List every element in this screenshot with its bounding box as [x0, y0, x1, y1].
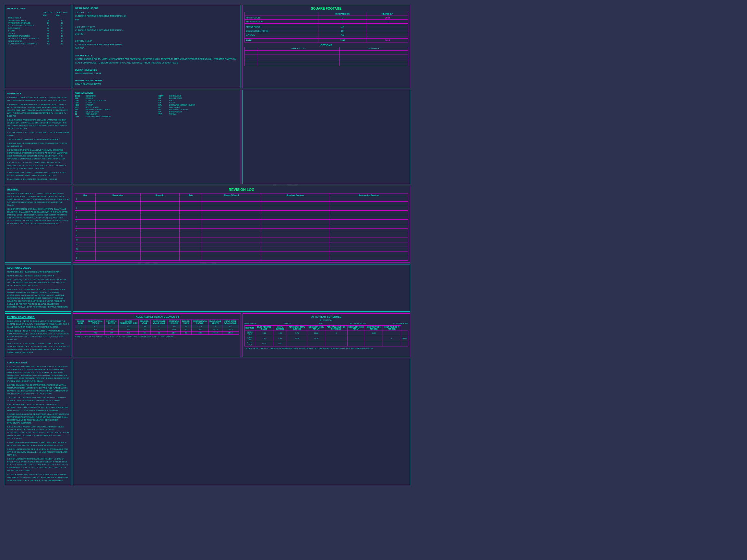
- sq-footage-row: DECK/SCREEN PORCH164: [244, 29, 408, 33]
- revision-cell: [261, 215, 330, 219]
- climate-header: SKYLIGHT U-FACTOR: [104, 320, 118, 325]
- sq-footage-cell: TOTAL: [244, 38, 318, 43]
- pressure2: CLADDING POSITIVE & NEGATIVE PRESSURE =: [75, 28, 239, 32]
- abbrev-item: DJDOUBLE JOIST: [158, 97, 239, 99]
- revision-cell: [140, 256, 180, 260]
- climate-cell: 3: [75, 325, 86, 328]
- revision-cell: [180, 256, 202, 260]
- options-row: [244, 58, 408, 62]
- abbrev-value: STUD POCKET: [169, 111, 182, 113]
- sq-footage-cell: 42: [318, 25, 367, 29]
- abbrev-value: EACH: [169, 100, 174, 102]
- story2: 1 1/2 STORY = 19'-0": [75, 25, 239, 28]
- abbrev-item: HDRHANGER: [75, 104, 155, 106]
- design-load-cell: PASSENGER VEHICLE GARAGES: [7, 37, 42, 40]
- energy-item: TABLE N1102.1 - REFER TO TABLE N101.1 TO…: [7, 320, 69, 329]
- design-load-cell: 10: [55, 19, 69, 22]
- revision-cell: [180, 251, 202, 256]
- revision-cell: 9: [75, 233, 96, 238]
- revision-cell: [261, 233, 330, 238]
- options-cell: [339, 58, 408, 62]
- opt-col-unheated: UNHEATED S.F.: [258, 47, 339, 51]
- revision-row: 5: [75, 215, 408, 219]
- abbreviations-panel: ABBREVIATIONS CONCCONCRETECONTCONTINUOUS…: [73, 90, 241, 184]
- design-load-cell: 10: [55, 43, 69, 45]
- pressure3-val: 34.8 PSF: [75, 46, 239, 50]
- climate-header: SLAB R-VALUE & DEPTH: [208, 320, 222, 325]
- abbrev-key: TJ: [75, 113, 85, 115]
- mean-roof-title: MEAN ROOF HEIGHT: [75, 7, 239, 9]
- revision-cell: [330, 247, 408, 251]
- mean-roof-panel: MEAN ROOF HEIGHT 1 STORY = 11'-0" CLADDI…: [73, 5, 241, 88]
- climate-cell: 0.35: [86, 325, 105, 328]
- climate-cell: 0.25: [119, 325, 139, 328]
- revision-cell: [140, 251, 180, 256]
- abbrev-item: UNOUNLESS NOTED OTHERWISE: [75, 115, 155, 117]
- attic-vent-cell: [325, 341, 347, 346]
- attic-vent-cell: 4.49: [273, 336, 287, 341]
- abbrev-value: NOT TO SCALE: [85, 106, 99, 108]
- revision-cell: [261, 197, 330, 201]
- attic-vent-cell: TOTAL (SQ): [244, 341, 255, 346]
- revision-cell: [330, 210, 408, 215]
- revision-cell: 13: [75, 251, 96, 256]
- abbrev-item: PTPRESSURE TREATED: [158, 109, 239, 110]
- window-text: LOW E GLASS WINDOWS: [75, 82, 239, 86]
- abbrev-item: TYPTYPICAL: [158, 113, 239, 115]
- abbrev-value: PRESSURE TREATED: [169, 109, 188, 110]
- construction-item: 4. ALL BEAMS SHALL BE CONTINUOUSLY SUPPO…: [7, 403, 69, 412]
- sq-ftg-value: 3892: [318, 322, 323, 324]
- abbrev-value: ON CENTER: [169, 106, 180, 108]
- abbrev-key: TYP: [158, 113, 168, 115]
- abbrev-item: LVLLAMINATED VENEER LUMBER: [158, 104, 239, 106]
- construction-item: 7. WALL BRACING REQUIREMENTS SHALL BE IN…: [7, 441, 69, 447]
- revision-row: 12: [75, 247, 408, 251]
- sq-col-unheated: UNHEATED S.F.: [318, 12, 367, 16]
- attic-vent-header-cell: CONT. VENT (SQ IN PER 2/12): [383, 325, 401, 330]
- climate-header: CLIMATE ZONE: [75, 320, 86, 325]
- revision-header: Rev: [75, 193, 96, 197]
- energy-compliance-panel: ENERGY COMPLIANCE: TABLE N1102.1 - REFER…: [5, 313, 71, 357]
- options-cell: [339, 54, 408, 58]
- abbrev-key: UNO: [75, 115, 85, 117]
- revision-cell: [261, 247, 330, 251]
- options-cell: [244, 62, 258, 66]
- climate-cell: 0.35: [86, 328, 105, 331]
- revision-cell: [140, 206, 180, 210]
- sq-ftg-label: SQ FTG: [284, 322, 291, 324]
- design-load-cell: GUARDRAILS AND HANDRAILS: [7, 43, 42, 45]
- design-load-cell: TABLE R301.4: [7, 17, 42, 19]
- revision-cell: [140, 233, 180, 238]
- options-title: OPTIONS: [244, 44, 409, 47]
- climate-cell: 4: [75, 328, 86, 331]
- additional-load-item: TABLE 1603.3(4) - DESIGN POSITIVE AND NE…: [7, 278, 69, 287]
- sq-footage-cell: [367, 25, 408, 29]
- material-item: 9. MASONRY UNITS SHALL CONFORM TO ACI 53…: [7, 171, 69, 177]
- attic-vent-table: VENT TYPESQ. FT. REQUIRED RANGESQ. FT. S…: [244, 325, 409, 346]
- sq-footage-row: FRONT PORCH42: [244, 25, 408, 29]
- climate-header: MASS WALL R-VALUE: [168, 320, 181, 325]
- additional-loads-content: FIGURE 1609.3(5) - BASIC DESIGN WIND SPE…: [7, 271, 69, 309]
- climate-cell: 5/13: [191, 325, 208, 328]
- attic-vent-header-cell: SQ. FT. REQUIRED RANGE: [255, 325, 273, 330]
- window-title: MI WINDOWS 3500 SERIES: [75, 79, 239, 82]
- revision-cell: [95, 201, 140, 206]
- climate-header: FLOOR R-VALUE: [181, 320, 191, 325]
- material-item: 1. FRAMING LUMBER SHALL BE #2 SPRUCE FIR…: [7, 96, 69, 102]
- revision-cell: [95, 224, 140, 229]
- abbrev-value: LAMINATED VENEER LUMBER: [169, 104, 195, 106]
- abbrev-grid: CONCCONCRETECONTCONTINUOUSDBLDOUBLEDJDOU…: [75, 95, 239, 117]
- design-load-cell: 10: [42, 24, 55, 27]
- abbrev-value: FLAT PLATE: [85, 102, 96, 104]
- attic-vent-cell: [383, 341, 401, 346]
- construction-item: 3. ENGINEERED WOOD BEAMS SHALL BE INSTAL…: [7, 396, 69, 402]
- construction-item: 1. STEEL FLITCH BEAMS SHALL BE FASTENED …: [7, 365, 69, 383]
- revision-log-panel: REVISION LOG RevDescriptionDrawn ByDateS…: [73, 186, 410, 263]
- additional-load-item: FIGURE 1613.3(1) - SEISMIC DESIGN CATEGO…: [7, 274, 69, 277]
- revision-cell: 3: [75, 206, 96, 210]
- sq-footage-cell: [367, 33, 408, 37]
- abbrev-key: FLPT: [75, 102, 85, 104]
- design-load-cell: 10: [55, 32, 69, 35]
- abbrev-key: HDR: [75, 104, 85, 106]
- sq-footage-cell: FIRST FLOOR: [244, 16, 318, 20]
